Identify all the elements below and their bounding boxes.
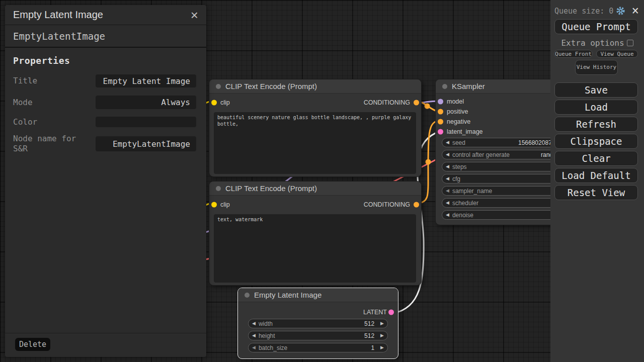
refresh-button[interactable]: Refresh bbox=[554, 117, 638, 132]
close-icon[interactable]: × bbox=[191, 9, 198, 22]
comfyui-app: CLIP Text Encode (Prompt) clip CONDITION… bbox=[0, 0, 644, 362]
clip-input-port[interactable] bbox=[211, 100, 217, 106]
collapse-dot-icon[interactable] bbox=[216, 84, 221, 89]
divider bbox=[5, 333, 206, 333]
queue-front-button[interactable]: Queue Front bbox=[554, 50, 593, 58]
collapse-dot-icon[interactable] bbox=[245, 293, 250, 298]
title-property-field[interactable]: Empty Latent Image bbox=[96, 74, 196, 87]
decrement-arrow-icon[interactable]: ◀ bbox=[446, 213, 449, 217]
increment-arrow-icon[interactable]: ▶ bbox=[380, 321, 384, 326]
negative-input-label: negative bbox=[447, 118, 470, 125]
property-row: Color bbox=[13, 117, 196, 127]
decrement-arrow-icon[interactable]: ◀ bbox=[446, 152, 449, 157]
positive-prompt-textarea[interactable]: beautiful scenery nature glass bottle la… bbox=[214, 112, 416, 174]
node-properties-dialog: Empty Latent Image × EmptyLatentImage Pr… bbox=[5, 5, 206, 357]
conditioning-output-label: CONDITIONING bbox=[364, 99, 410, 106]
delete-button[interactable]: Delete bbox=[15, 338, 50, 351]
batch-size-widget[interactable]: ◀ batch_size 1 ▶ bbox=[248, 343, 388, 352]
latent-image-input-port[interactable] bbox=[438, 129, 443, 135]
clip-text-encode-positive-node[interactable]: CLIP Text Encode (Prompt) clip CONDITION… bbox=[209, 79, 422, 177]
conditioning-output-label: CONDITIONING bbox=[364, 201, 410, 208]
collapse-dot-icon[interactable] bbox=[442, 84, 447, 89]
node-title-bar[interactable]: CLIP Text Encode (Prompt) bbox=[209, 182, 421, 196]
collapse-dot-icon[interactable] bbox=[216, 186, 221, 191]
settings-gear-icon[interactable] bbox=[616, 6, 625, 16]
queue-size-label: Queue size: 0 bbox=[554, 7, 613, 16]
property-row: Node name for S&R EmptyLatentImage bbox=[13, 134, 196, 154]
empty-latent-image-node[interactable]: Empty Latent Image LATENT ◀ width 512 ▶ … bbox=[237, 288, 398, 359]
extra-options-label: Extra options bbox=[561, 38, 624, 48]
decrement-arrow-icon[interactable]: ◀ bbox=[446, 140, 449, 145]
clear-button[interactable]: Clear bbox=[554, 151, 638, 166]
node-class-name: EmptyLatentImage bbox=[5, 25, 206, 48]
negative-input-port[interactable] bbox=[438, 119, 443, 125]
link-midpoint-dot[interactable] bbox=[425, 104, 430, 109]
decrement-arrow-icon[interactable]: ◀ bbox=[252, 345, 256, 350]
close-icon[interactable]: × bbox=[632, 6, 639, 16]
decrement-arrow-icon[interactable]: ◀ bbox=[446, 176, 449, 181]
decrement-arrow-icon[interactable]: ◀ bbox=[252, 321, 256, 326]
node-name-property-label: Node name for S&R bbox=[13, 134, 89, 154]
properties-heading: Properties bbox=[13, 55, 70, 66]
reset-view-button[interactable]: Reset View bbox=[554, 185, 638, 200]
model-input-port[interactable] bbox=[438, 99, 443, 105]
decrement-arrow-icon[interactable]: ◀ bbox=[446, 189, 449, 193]
node-title: CLIP Text Encode (Prompt) bbox=[225, 82, 317, 90]
positive-input-port[interactable] bbox=[438, 109, 443, 115]
node-name-property-field[interactable]: EmptyLatentImage bbox=[96, 136, 196, 151]
view-history-button[interactable]: View History bbox=[575, 60, 618, 75]
save-button[interactable]: Save bbox=[554, 82, 638, 98]
decrement-arrow-icon[interactable]: ◀ bbox=[446, 201, 449, 205]
clip-text-encode-negative-node[interactable]: CLIP Text Encode (Prompt) clip CONDITION… bbox=[209, 181, 422, 286]
clip-input-label: clip bbox=[220, 201, 230, 208]
decrement-arrow-icon[interactable]: ◀ bbox=[446, 164, 449, 169]
decrement-arrow-icon[interactable]: ◀ bbox=[252, 333, 256, 338]
latent-output-label: LATENT bbox=[363, 309, 387, 316]
clip-input-port[interactable] bbox=[211, 202, 217, 208]
node-title-bar[interactable]: Empty Latent Image bbox=[238, 288, 398, 302]
node-title-bar[interactable]: CLIP Text Encode (Prompt) bbox=[209, 79, 421, 94]
queue-prompt-button[interactable]: Queue Prompt bbox=[554, 19, 638, 34]
color-property-field[interactable] bbox=[96, 117, 196, 127]
extra-options-checkbox[interactable] bbox=[627, 40, 633, 46]
color-property-label: Color bbox=[13, 117, 89, 127]
mode-property-label: Mode bbox=[13, 98, 89, 108]
title-property-label: Title bbox=[13, 76, 89, 86]
comfy-menu-panel: Queue size: 0 × Queue Prompt Extra optio… bbox=[550, 0, 644, 362]
dialog-title-bar: Empty Latent Image × bbox=[5, 5, 206, 25]
load-button[interactable]: Load bbox=[554, 100, 638, 115]
negative-prompt-textarea[interactable]: text, watermark bbox=[214, 214, 416, 283]
latent-image-input-label: latent_image bbox=[447, 128, 483, 135]
property-row: Mode Always bbox=[13, 96, 196, 109]
node-title: Empty Latent Image bbox=[254, 291, 321, 299]
positive-input-label: positive bbox=[447, 108, 468, 115]
conditioning-output-port[interactable] bbox=[414, 100, 419, 106]
width-widget[interactable]: ◀ width 512 ▶ bbox=[248, 319, 388, 328]
view-queue-button[interactable]: View Queue bbox=[596, 50, 638, 58]
node-title: KSampler bbox=[452, 82, 485, 90]
clipspace-button[interactable]: Clipspace bbox=[554, 134, 638, 149]
increment-arrow-icon[interactable]: ▶ bbox=[380, 333, 384, 338]
latent-output-port[interactable] bbox=[388, 310, 394, 315]
height-widget[interactable]: ◀ height 512 ▶ bbox=[248, 331, 388, 340]
clip-input-label: clip bbox=[220, 99, 230, 106]
node-title: CLIP Text Encode (Prompt) bbox=[225, 184, 317, 193]
conditioning-output-port[interactable] bbox=[414, 202, 419, 208]
dialog-title: Empty Latent Image bbox=[13, 9, 103, 21]
load-default-button[interactable]: Load Default bbox=[554, 168, 638, 183]
increment-arrow-icon[interactable]: ▶ bbox=[380, 345, 384, 350]
link-midpoint-dot[interactable] bbox=[426, 159, 431, 165]
model-input-label: model bbox=[447, 98, 464, 105]
property-row: Title Empty Latent Image bbox=[13, 74, 196, 87]
mode-property-field[interactable]: Always bbox=[96, 96, 196, 109]
